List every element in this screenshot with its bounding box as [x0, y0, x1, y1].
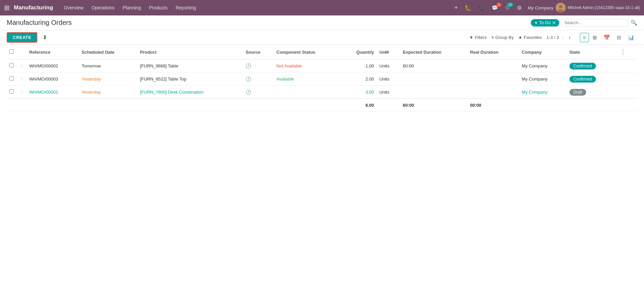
filter-tag-todo: ▼ To Do ✕	[531, 19, 559, 27]
row3-expected-duration	[400, 86, 467, 99]
view-calendar-icon[interactable]: 📅	[601, 33, 613, 42]
pagination-prev-icon[interactable]: ‹	[561, 34, 565, 41]
totals-expected-duration: 60:00	[400, 99, 467, 111]
create-button[interactable]: CREATE	[7, 32, 37, 43]
nav-planning[interactable]: Planning	[119, 3, 144, 12]
header-star	[17, 45, 27, 59]
row1-options	[616, 59, 637, 72]
totals-quantity: 6.00	[341, 99, 377, 111]
row2-uom: Units	[377, 72, 400, 86]
table-header-row: Reference Scheduled Date Product Source …	[7, 45, 637, 59]
row1-product: [FURN_9666] Table	[137, 59, 243, 72]
row3-star-cell: ☆	[17, 86, 27, 99]
totals-empty3	[27, 99, 79, 111]
row3-source: 🕐	[243, 86, 274, 99]
row2-options	[616, 72, 637, 86]
header-reference[interactable]: Reference	[27, 45, 79, 59]
header-real-duration[interactable]: Real Duration	[467, 45, 519, 59]
row2-company: My Company	[519, 72, 567, 86]
header-component-status[interactable]: Component Status	[274, 45, 341, 59]
groupby-button[interactable]: ≡ Group By	[491, 35, 514, 40]
header-quantity[interactable]: Quantity	[341, 45, 377, 59]
column-options-icon[interactable]: ⋮	[618, 49, 627, 55]
header-uom[interactable]: UoM	[377, 45, 400, 59]
row3-state-badge: Draft	[569, 89, 586, 96]
row3-checkbox[interactable]	[9, 89, 14, 94]
header-expected-duration[interactable]: Expected Duration	[400, 45, 467, 59]
totals-real-duration: 00:00	[467, 99, 519, 111]
totals-empty7	[274, 99, 341, 111]
view-chart-icon[interactable]: 📊	[625, 33, 637, 42]
filter-remove-icon[interactable]: ✕	[552, 20, 556, 26]
row2-component-status-text: Available	[276, 77, 294, 82]
row2-clock-icon[interactable]: 🕐	[246, 76, 251, 82]
chat-badge: 5	[496, 3, 502, 7]
row3-scheduled-date-text: Yesterday	[82, 90, 101, 95]
header-scheduled-date[interactable]: Scheduled Date	[79, 45, 137, 59]
row3-real-duration	[467, 86, 519, 99]
add-icon[interactable]: +	[452, 3, 461, 13]
page-wrapper: Manufacturing Orders ▼ To Do ✕ 🔍 CREATE …	[0, 15, 644, 301]
settings-icon[interactable]: ⚙	[514, 3, 524, 12]
row3-clock-icon[interactable]: 🕐	[246, 89, 251, 95]
row3-company: My Company	[519, 86, 567, 99]
row1-scheduled-date: Tomorrow	[79, 59, 137, 72]
company-section[interactable]: My Company Mitchell Admin (15412385-saas…	[528, 3, 640, 13]
favorites-button[interactable]: ★ Favorites	[518, 35, 542, 40]
pagination-next-icon[interactable]: ›	[567, 34, 572, 41]
row1-reference: WH/MO/00002	[27, 59, 79, 72]
filters-button[interactable]: ▼ Filters	[469, 35, 486, 40]
header-company[interactable]: Company	[519, 45, 567, 59]
toolbar: CREATE ⬇ ▼ Filters ≡ Group By ★ Favorite…	[0, 30, 644, 45]
row3-company-link[interactable]: My Company	[522, 90, 548, 95]
row2-real-duration	[467, 72, 519, 86]
timer-icon[interactable]: ⏱ 25	[502, 3, 513, 12]
row3-state: Draft	[567, 86, 616, 99]
download-icon[interactable]: ⬇	[41, 33, 49, 42]
view-kanban-icon[interactable]: ⊞	[590, 33, 600, 42]
nav-operations[interactable]: Operations	[88, 3, 118, 12]
top-navigation: ⊞ Manufacturing Overview Operations Plan…	[0, 0, 644, 15]
header-product[interactable]: Product	[137, 45, 243, 59]
row2-product: [FURN_8522] Table Top	[137, 72, 243, 86]
table-row: ☆ WH/MO/00001 Yesterday [FURN_7800] Desk…	[7, 86, 637, 99]
row2-checkbox[interactable]	[9, 76, 14, 81]
row2-favorite-star-icon[interactable]: ☆	[19, 76, 24, 82]
star-icon: ★	[518, 35, 522, 40]
row1-expected-duration: 60:00	[400, 59, 467, 72]
groupby-label: Group By	[495, 35, 514, 40]
row1-clock-icon[interactable]: 🕐	[246, 63, 251, 68]
row1-checkbox[interactable]	[9, 63, 14, 67]
search-icon[interactable]: 🔍	[631, 19, 637, 26]
row3-reference-link[interactable]: WH/MO/00001	[29, 90, 58, 95]
header-state[interactable]: State	[567, 45, 616, 59]
row1-component-status-text: Not Available	[276, 63, 302, 68]
bug-icon[interactable]: 🐛	[462, 3, 474, 12]
row1-source: 🕐	[243, 59, 274, 72]
row2-quantity: 2.00	[341, 72, 377, 86]
select-all-checkbox[interactable]	[9, 49, 14, 54]
totals-empty-company	[519, 99, 567, 111]
header-source[interactable]: Source	[243, 45, 274, 59]
row3-favorite-star-icon[interactable]: ☆	[19, 89, 24, 95]
toolbar-actions: ▼ Filters ≡ Group By ★ Favorites 1-3 / 3…	[469, 33, 637, 42]
app-grid-icon[interactable]: ⊞	[4, 4, 10, 12]
phone-icon[interactable]: 📞	[475, 3, 487, 12]
totals-empty4	[79, 99, 137, 111]
search-area: ▼ To Do ✕ 🔍	[531, 19, 637, 27]
row1-quantity: 1.00	[341, 59, 377, 72]
chat-icon[interactable]: 💬 5	[489, 3, 501, 12]
row3-product-link[interactable]: [FURN_7800] Desk Combination	[140, 90, 204, 95]
svg-point-1	[559, 5, 562, 8]
row2-expected-duration	[400, 72, 467, 86]
row1-favorite-star-icon[interactable]: ☆	[19, 63, 24, 68]
view-grid-icon[interactable]: ⊟	[614, 33, 624, 42]
nav-products[interactable]: Products	[145, 3, 171, 12]
table-row: ☆ WH/MO/00003 Yesterday [FURN_8522] Tabl…	[7, 72, 637, 86]
nav-reporting[interactable]: Reporting	[172, 3, 200, 12]
header-select-all[interactable]	[7, 45, 17, 59]
view-list-icon[interactable]: ≡	[580, 33, 589, 42]
timer-badge: 25	[507, 3, 514, 7]
search-input[interactable]	[564, 20, 626, 25]
nav-overview[interactable]: Overview	[60, 3, 87, 12]
